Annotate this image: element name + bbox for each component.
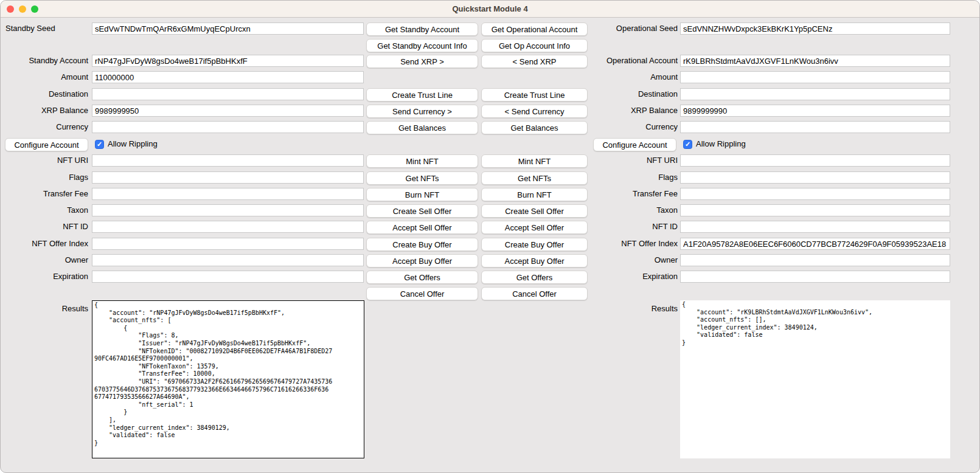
standby-get-balances-button[interactable]: Get Balances bbox=[366, 121, 478, 134]
window-title: Quickstart Module 4 bbox=[1, 1, 979, 18]
operational-allow-rippling-checkbox[interactable] bbox=[683, 140, 692, 149]
operational-accept-buy-offer-button[interactable]: Accept Buy Offer bbox=[481, 254, 588, 268]
get-op-account-info-button[interactable]: Get Op Account Info bbox=[481, 39, 588, 52]
standby-xrp-balance-label: XRP Balance bbox=[1, 105, 88, 117]
operational-owner-input[interactable] bbox=[680, 254, 950, 266]
send-xrp-to-standby-button[interactable]: < Send XRP bbox=[481, 55, 588, 68]
operational-results-label: Results bbox=[583, 303, 678, 315]
operational-account-label: Operational Account bbox=[583, 55, 678, 67]
operational-create-sell-offer-button[interactable]: Create Sell Offer bbox=[481, 204, 588, 218]
operational-transfer-fee-label: Transfer Fee bbox=[583, 188, 678, 200]
standby-nft-offer-index-label: NFT Offer Index bbox=[1, 238, 88, 250]
standby-taxon-label: Taxon bbox=[1, 204, 88, 216]
operational-create-trust-line-button[interactable]: Create Trust Line bbox=[481, 88, 588, 102]
operational-xrp-balance-label: XRP Balance bbox=[583, 105, 678, 117]
operational-destination-label: Destination bbox=[583, 88, 678, 100]
operational-transfer-fee-input[interactable] bbox=[680, 188, 950, 200]
standby-allow-rippling-checkbox[interactable] bbox=[95, 140, 104, 149]
operational-configure-account-button[interactable]: Configure Account bbox=[593, 138, 676, 151]
operational-currency-label: Currency bbox=[583, 121, 678, 133]
operational-results-box[interactable]: { "account": "rK9LBRhStdmtAaVdJXGVF1LnKW… bbox=[680, 300, 950, 458]
operational-destination-input[interactable] bbox=[680, 88, 950, 100]
standby-account-label: Standby Account bbox=[1, 55, 88, 67]
operational-nft-uri-label: NFT URI bbox=[583, 154, 678, 167]
operational-mint-nft-button[interactable]: Mint NFT bbox=[481, 154, 588, 168]
standby-account-input[interactable] bbox=[92, 55, 364, 67]
operational-nft-offer-index-label: NFT Offer Index bbox=[583, 238, 678, 250]
operational-nft-offer-index-input[interactable] bbox=[680, 238, 950, 250]
operational-nft-uri-input[interactable] bbox=[680, 154, 950, 167]
standby-create-sell-offer-button[interactable]: Create Sell Offer bbox=[366, 204, 478, 218]
operational-accept-sell-offer-button[interactable]: Accept Sell Offer bbox=[481, 221, 588, 234]
operational-seed-label: Operational Seed bbox=[583, 22, 678, 35]
operational-cancel-offer-button[interactable]: Cancel Offer bbox=[481, 287, 588, 300]
operational-create-buy-offer-button[interactable]: Create Buy Offer bbox=[481, 238, 588, 251]
operational-nft-id-input[interactable] bbox=[680, 221, 950, 233]
standby-owner-input[interactable] bbox=[92, 254, 364, 266]
standby-xrp-balance-input[interactable] bbox=[92, 105, 364, 117]
operational-flags-label: Flags bbox=[583, 171, 678, 184]
operational-burn-nft-button[interactable]: Burn NFT bbox=[481, 188, 588, 201]
operational-expiration-label: Expiration bbox=[583, 271, 678, 283]
standby-results-label: Results bbox=[1, 303, 88, 315]
operational-owner-label: Owner bbox=[583, 254, 678, 266]
operational-amount-input[interactable] bbox=[680, 71, 950, 83]
operational-currency-input[interactable] bbox=[680, 121, 950, 133]
send-currency-to-operational-button[interactable]: Send Currency > bbox=[366, 105, 478, 118]
operational-account-input[interactable] bbox=[680, 55, 950, 67]
standby-results-text: { "account": "rNP47gJFvDyW8gsDo4weB17if5… bbox=[92, 301, 364, 447]
standby-seed-label: Standby Seed bbox=[5, 22, 91, 35]
operational-results-text: { "account": "rK9LBRhStdmtAaVdJXGVF1LnKW… bbox=[680, 300, 950, 348]
standby-flags-input[interactable] bbox=[92, 171, 364, 184]
standby-create-trust-line-button[interactable]: Create Trust Line bbox=[366, 88, 478, 102]
standby-taxon-input[interactable] bbox=[92, 204, 364, 216]
standby-get-nfts-button[interactable]: Get NFTs bbox=[366, 171, 478, 185]
operational-xrp-balance-input[interactable] bbox=[680, 105, 950, 117]
standby-amount-input[interactable] bbox=[92, 71, 364, 83]
standby-mint-nft-button[interactable]: Mint NFT bbox=[366, 154, 478, 168]
operational-get-balances-button[interactable]: Get Balances bbox=[481, 121, 588, 134]
operational-seed-input[interactable] bbox=[680, 22, 950, 35]
standby-currency-label: Currency bbox=[1, 121, 88, 133]
standby-accept-buy-offer-button[interactable]: Accept Buy Offer bbox=[366, 254, 478, 268]
standby-destination-input[interactable] bbox=[92, 88, 364, 100]
app-window: Quickstart Module 4 Standby Seed Standby… bbox=[0, 0, 980, 473]
standby-seed-input[interactable] bbox=[92, 22, 364, 35]
titlebar: Quickstart Module 4 bbox=[1, 1, 979, 18]
operational-get-offers-button[interactable]: Get Offers bbox=[481, 271, 588, 284]
standby-nft-offer-index-input[interactable] bbox=[92, 238, 364, 250]
standby-burn-nft-button[interactable]: Burn NFT bbox=[366, 188, 478, 201]
standby-configure-account-button[interactable]: Configure Account bbox=[5, 138, 88, 151]
standby-destination-label: Destination bbox=[1, 88, 88, 100]
standby-allow-rippling-label: Allow Rippling bbox=[108, 138, 181, 150]
standby-nft-id-input[interactable] bbox=[92, 221, 364, 233]
standby-expiration-input[interactable] bbox=[92, 271, 364, 283]
standby-get-offers-button[interactable]: Get Offers bbox=[366, 271, 478, 284]
standby-nft-id-label: NFT ID bbox=[1, 221, 88, 233]
operational-flags-input[interactable] bbox=[680, 171, 950, 184]
operational-expiration-input[interactable] bbox=[680, 271, 950, 283]
get-standby-account-info-button[interactable]: Get Standby Account Info bbox=[366, 39, 478, 52]
standby-results-box[interactable]: { "account": "rNP47gJFvDyW8gsDo4weB17if5… bbox=[92, 300, 364, 458]
standby-currency-input[interactable] bbox=[92, 121, 364, 133]
operational-get-nfts-button[interactable]: Get NFTs bbox=[481, 171, 588, 185]
operational-nft-id-label: NFT ID bbox=[583, 221, 678, 233]
standby-cancel-offer-button[interactable]: Cancel Offer bbox=[366, 287, 478, 300]
send-currency-to-standby-button[interactable]: < Send Currency bbox=[481, 105, 588, 118]
standby-expiration-label: Expiration bbox=[1, 271, 88, 283]
standby-amount-label: Amount bbox=[1, 71, 88, 83]
operational-taxon-input[interactable] bbox=[680, 204, 950, 216]
operational-allow-rippling-label: Allow Rippling bbox=[696, 138, 769, 150]
standby-flags-label: Flags bbox=[1, 171, 88, 184]
send-xrp-to-operational-button[interactable]: Send XRP > bbox=[366, 55, 478, 68]
operational-amount-label: Amount bbox=[583, 71, 678, 83]
standby-accept-sell-offer-button[interactable]: Accept Sell Offer bbox=[366, 221, 478, 234]
standby-nft-uri-input[interactable] bbox=[92, 154, 364, 167]
get-standby-account-button[interactable]: Get Standby Account bbox=[366, 22, 478, 36]
get-operational-account-button[interactable]: Get Operational Account bbox=[481, 22, 588, 36]
operational-taxon-label: Taxon bbox=[583, 204, 678, 216]
standby-nft-uri-label: NFT URI bbox=[1, 154, 88, 167]
standby-create-buy-offer-button[interactable]: Create Buy Offer bbox=[366, 238, 478, 251]
standby-transfer-fee-input[interactable] bbox=[92, 188, 364, 200]
standby-owner-label: Owner bbox=[1, 254, 88, 266]
